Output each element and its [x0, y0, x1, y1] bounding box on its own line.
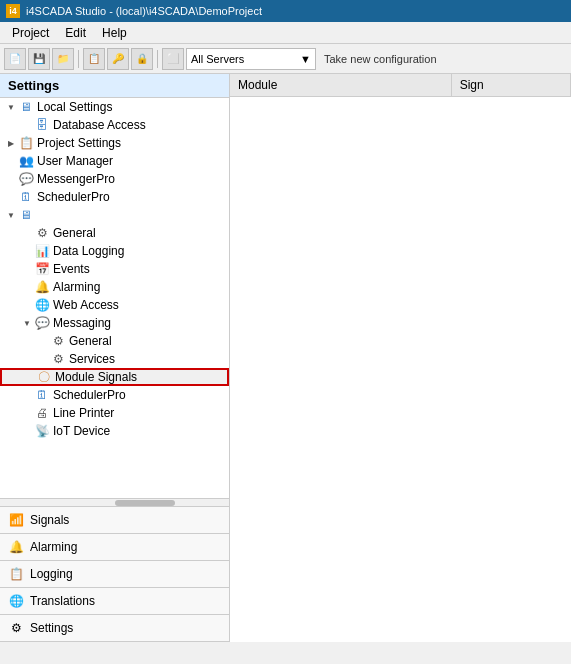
tree-label-local-settings: Local Settings	[37, 100, 112, 114]
tree-label-general: General	[53, 226, 96, 240]
tree-item-server-node[interactable]: ▼🖥	[0, 206, 229, 224]
tree-item-iot-device[interactable]: 📡IoT Device	[0, 422, 229, 440]
tree-label-events: Events	[53, 262, 90, 276]
server-dropdown[interactable]: All Servers ▼	[186, 48, 316, 70]
expand-icon[interactable]	[36, 352, 50, 366]
expand-icon[interactable]	[20, 388, 34, 402]
toolbar-btn-7[interactable]: ⬜	[162, 48, 184, 70]
users-icon: 👥	[18, 153, 34, 169]
tree-item-user-manager[interactable]: 👥User Manager	[0, 152, 229, 170]
tree-item-general[interactable]: ⚙General	[0, 224, 229, 242]
tree-label-scheduler-pro-top: SchedulerPro	[37, 190, 110, 204]
expand-icon[interactable]	[20, 298, 34, 312]
bottom-tab-logging[interactable]: 📋Logging	[0, 561, 229, 588]
tree-item-module-signals[interactable]: 〇Module Signals	[0, 368, 229, 386]
general-icon: ⚙	[34, 225, 50, 241]
bottom-tab-settings[interactable]: ⚙Settings	[0, 615, 229, 642]
menu-project[interactable]: Project	[4, 24, 57, 42]
tree-item-msg-general[interactable]: ⚙General	[0, 332, 229, 350]
col-module: Module	[230, 74, 452, 96]
toolbar-btn-4[interactable]: 📋	[83, 48, 105, 70]
messenger-icon: 💬	[18, 171, 34, 187]
services-icon: ⚙	[50, 351, 66, 367]
iot-icon: 📡	[34, 423, 50, 439]
server-dropdown-value: All Servers	[191, 53, 244, 65]
tree-label-project-settings: Project Settings	[37, 136, 121, 150]
expand-icon[interactable]: ▼	[4, 208, 18, 222]
toolbar-btn-6[interactable]: 🔒	[131, 48, 153, 70]
toolbar: 📄 💾 📁 📋 🔑 🔒 ⬜ All Servers ▼ Take new con…	[0, 44, 571, 74]
tree-item-web-access[interactable]: 🌐Web Access	[0, 296, 229, 314]
toolbar-btn-1[interactable]: 📄	[4, 48, 26, 70]
expand-icon[interactable]: ▼	[4, 100, 18, 114]
expand-icon[interactable]	[20, 280, 34, 294]
tree-area[interactable]: ▼🖥Local Settings🗄Database Access▶📋Projec…	[0, 98, 229, 498]
tree-scrollbar[interactable]	[0, 498, 229, 506]
tree-label-user-manager: User Manager	[37, 154, 113, 168]
logging-tab: 📋	[8, 566, 24, 582]
expand-icon[interactable]	[20, 262, 34, 276]
tree-label-alarming: Alarming	[53, 280, 100, 294]
tree-label-iot-device: IoT Device	[53, 424, 110, 438]
db-icon: 🗄	[34, 117, 50, 133]
bottom-tab-label-settings: Settings	[30, 621, 73, 635]
tree-item-alarming[interactable]: 🔔Alarming	[0, 278, 229, 296]
expand-icon[interactable]	[20, 406, 34, 420]
datalog-icon: 📊	[34, 243, 50, 259]
col-sign: Sign	[452, 74, 571, 96]
tree-item-local-settings[interactable]: ▼🖥Local Settings	[0, 98, 229, 116]
printer-icon: 🖨	[34, 405, 50, 421]
bottom-tab-alarming[interactable]: 🔔Alarming	[0, 534, 229, 561]
toolbar-btn-2[interactable]: 💾	[28, 48, 50, 70]
translations-tab: 🌐	[8, 593, 24, 609]
right-content	[230, 97, 571, 642]
menu-bar: Project Edit Help	[0, 22, 571, 44]
signals-tab: 📶	[8, 512, 24, 528]
tree-item-msg-services[interactable]: ⚙Services	[0, 350, 229, 368]
tree-label-scheduler-pro: SchedulerPro	[53, 388, 126, 402]
computer-icon: 🖥	[18, 99, 34, 115]
settings-header: Settings	[0, 74, 229, 98]
tree-item-project-settings[interactable]: ▶📋Project Settings	[0, 134, 229, 152]
tree-item-scheduler-pro-top[interactable]: 🗓SchedulerPro	[0, 188, 229, 206]
tree-label-messenger-pro: MessengerPro	[37, 172, 115, 186]
tree-item-database-access[interactable]: 🗄Database Access	[0, 116, 229, 134]
scheduler-icon: 🗓	[34, 387, 50, 403]
toolbar-btn-3[interactable]: 📁	[52, 48, 74, 70]
tree-item-line-printer[interactable]: 🖨Line Printer	[0, 404, 229, 422]
tree-item-scheduler-pro[interactable]: 🗓SchedulerPro	[0, 386, 229, 404]
bottom-tab-translations[interactable]: 🌐Translations	[0, 588, 229, 615]
tree-item-data-logging[interactable]: 📊Data Logging	[0, 242, 229, 260]
expand-icon[interactable]	[36, 334, 50, 348]
bottom-tab-label-translations: Translations	[30, 594, 95, 608]
alarm-tab: 🔔	[8, 539, 24, 555]
toolbar-btn-5[interactable]: 🔑	[107, 48, 129, 70]
expand-icon[interactable]	[4, 190, 18, 204]
server-icon: 🖥	[18, 207, 34, 223]
expand-icon[interactable]: ▼	[20, 316, 34, 330]
settings-tab: ⚙	[8, 620, 24, 636]
signals-icon: 〇	[36, 369, 52, 385]
tree-item-messenger-pro[interactable]: 💬MessengerPro	[0, 170, 229, 188]
expand-icon[interactable]	[20, 118, 34, 132]
tree-label-data-logging: Data Logging	[53, 244, 124, 258]
expand-icon[interactable]	[20, 226, 34, 240]
expand-icon[interactable]	[20, 424, 34, 438]
right-panel: Module Sign	[230, 74, 571, 642]
expand-icon[interactable]	[20, 244, 34, 258]
expand-icon[interactable]	[4, 172, 18, 186]
bottom-tab-signals[interactable]: 📶Signals	[0, 507, 229, 534]
menu-edit[interactable]: Edit	[57, 24, 94, 42]
menu-help[interactable]: Help	[94, 24, 135, 42]
tree-label-msg-services: Services	[69, 352, 115, 366]
tree-label-messaging: Messaging	[53, 316, 111, 330]
expand-icon[interactable]	[4, 154, 18, 168]
app-title: i4SCADA Studio - (local)\i4SCADA\DemoPro…	[26, 5, 262, 17]
expand-icon[interactable]	[22, 370, 36, 384]
tree-item-messaging[interactable]: ▼💬Messaging	[0, 314, 229, 332]
expand-icon[interactable]: ▶	[4, 136, 18, 150]
msg-icon: 💬	[34, 315, 50, 331]
tree-scrollbar-thumb[interactable]	[115, 500, 175, 506]
title-bar: i4 i4SCADA Studio - (local)\i4SCADA\Demo…	[0, 0, 571, 22]
tree-item-events[interactable]: 📅Events	[0, 260, 229, 278]
